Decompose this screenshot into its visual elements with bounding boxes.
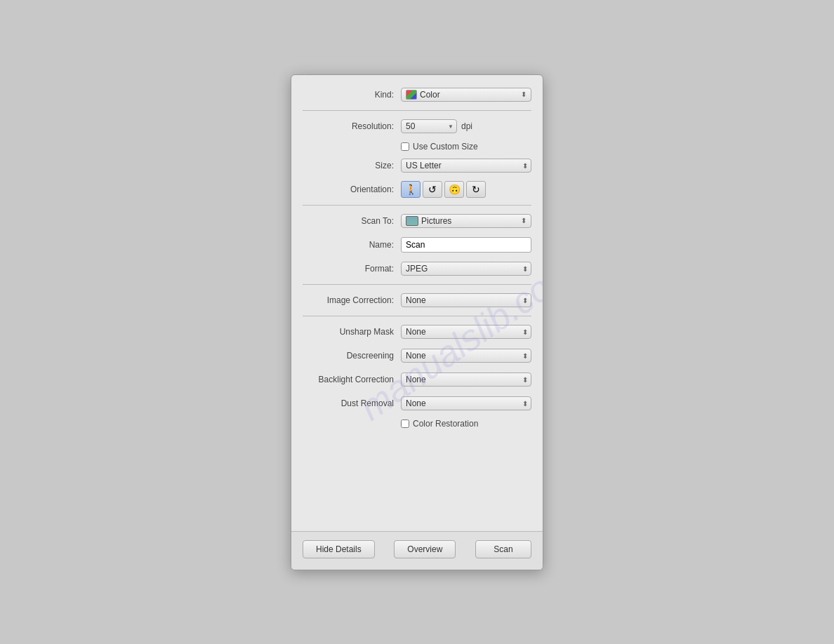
unsharp-mask-row: Unsharp Mask None Low Medium High [303,323,531,340]
color-restoration-row: Color Restoration [401,419,531,429]
kind-control: Color ⬍ [401,88,531,102]
image-correction-label: Image Correction: [303,295,401,305]
resolution-row: Resolution: 50 72 150 300 600 dpi [303,118,531,135]
resolution-label: Resolution: [303,121,401,131]
scan-button[interactable]: Scan [475,540,531,558]
color-icon [406,90,417,100]
descreening-control: None Low Medium High [401,349,531,363]
descreening-label: Descreening [303,351,401,361]
divider-3 [303,284,531,285]
scan-to-select[interactable]: Pictures ⬍ [401,214,531,228]
folder-icon [406,216,418,226]
unsharp-mask-label: Unsharp Mask [303,327,401,337]
image-correction-row: Image Correction: None Manual [303,292,531,309]
resolution-select-wrapper: 50 72 150 300 600 [401,119,457,133]
orientation-buttons: 🚶 ↺ 🙃 ↻ [401,181,531,198]
hide-details-button[interactable]: Hide Details [303,540,375,558]
backlight-row: Backlight Correction None Low Medium Hig… [303,371,531,388]
orient-portrait-flip-btn[interactable]: 🙃 [444,181,464,198]
divider-1 [303,110,531,111]
name-label: Name: [303,240,401,250]
dust-removal-row: Dust Removal None Low Medium High [303,395,531,412]
image-correction-select[interactable]: None Manual [401,293,531,307]
size-control: US Letter A4 Legal [401,159,531,173]
format-control: JPEG TIFF PNG PDF [401,262,531,276]
descreening-select[interactable]: None Low Medium High [401,349,531,363]
kind-label: Kind: [303,90,401,100]
scan-to-control: Pictures ⬍ [401,214,531,228]
color-restoration-checkbox[interactable] [401,420,409,428]
divider-4 [303,316,531,316]
scan-to-arrow-icon: ⬍ [521,217,527,224]
custom-size-checkbox[interactable] [401,142,409,151]
kind-arrow-icon: ⬍ [521,90,527,98]
color-restoration-label: Color Restoration [413,419,478,429]
name-control [401,237,531,253]
orient-portrait-btn[interactable]: 🚶 [401,181,421,198]
kind-row: Kind: Color ⬍ [303,86,531,103]
spacer [303,440,531,524]
overview-button[interactable]: Overview [394,540,456,558]
bottom-buttons: Hide Details Overview Scan [291,531,543,570]
resolution-control: 50 72 150 300 600 dpi [401,119,531,133]
size-select[interactable]: US Letter A4 Legal [401,159,531,173]
unsharp-mask-control: None Low Medium High [401,325,531,339]
orientation-row: Orientation: 🚶 ↺ 🙃 ↻ [303,181,531,198]
name-row: Name: [303,236,531,253]
dpi-label: dpi [461,121,472,131]
orientation-control: 🚶 ↺ 🙃 ↻ [401,181,531,198]
kind-select[interactable]: Color ⬍ [401,88,531,102]
scan-to-row: Scan To: Pictures ⬍ [303,213,531,229]
dust-removal-control: None Low Medium High [401,396,531,410]
format-row: Format: JPEG TIFF PNG PDF [303,260,531,277]
scan-to-value: Pictures [421,216,451,226]
backlight-control: None Low Medium High [401,373,531,387]
size-row: Size: US Letter A4 Legal [303,157,531,174]
descreening-row: Descreening None Low Medium High [303,347,531,364]
resolution-select[interactable]: 50 72 150 300 600 [401,119,457,133]
dust-removal-label: Dust Removal [303,398,401,408]
unsharp-mask-select[interactable]: None Low Medium High [401,325,531,339]
backlight-select[interactable]: None Low Medium High [401,373,531,387]
content-area: Kind: Color ⬍ Resolution: 50 72 [291,75,543,524]
kind-value: Color [420,90,440,100]
custom-size-row: Use Custom Size [401,142,531,152]
size-label: Size: [303,161,401,170]
orientation-label: Orientation: [303,185,401,194]
divider-2 [303,205,531,206]
scanner-panel: manualslib.com Kind: Color ⬍ Resolution: [291,74,543,570]
orient-landscape-left-btn[interactable]: ↺ [423,181,442,198]
name-input[interactable] [401,237,531,253]
dust-removal-select[interactable]: None Low Medium High [401,396,531,410]
scan-to-label: Scan To: [303,216,401,226]
format-label: Format: [303,264,401,274]
format-select[interactable]: JPEG TIFF PNG PDF [401,262,531,276]
image-correction-control: None Manual [401,293,531,307]
backlight-label: Backlight Correction [303,375,401,384]
orient-landscape-right-btn[interactable]: ↻ [466,181,486,198]
custom-size-label: Use Custom Size [413,142,478,152]
